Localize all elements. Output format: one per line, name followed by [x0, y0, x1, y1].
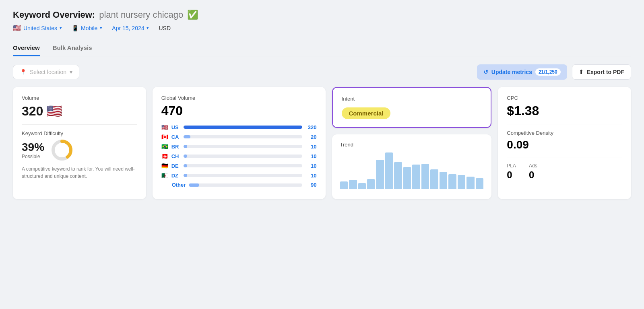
country-code-us[interactable]: US — [171, 124, 180, 130]
trend-bar-1 — [349, 180, 357, 189]
country-code-other[interactable]: Other — [172, 182, 186, 188]
country-bar-row: 🇧🇷BR10 — [161, 143, 317, 150]
bar-fill-ca — [184, 135, 191, 138]
tab-bulk-analysis[interactable]: Bulk Analysis — [53, 40, 92, 56]
country-bar-row: 🇩🇿DZ10 — [161, 172, 317, 179]
currency-label: USD — [159, 25, 171, 31]
card-divider — [22, 124, 137, 125]
bar-track-de — [184, 164, 302, 167]
toolbar-right: ↺ Update metrics 21/1,250 ⬆ Export to PD… — [477, 64, 631, 80]
select-location-chevron-icon: ▾ — [70, 69, 72, 75]
cards-grid: Volume 320 🇺🇸 Keyword Difficulty 39% Pos… — [13, 87, 631, 199]
kd-percent: 39% — [22, 141, 44, 154]
trend-bar-8 — [412, 165, 420, 189]
kd-possible: Possible — [22, 154, 44, 159]
country-bar-row: Other90 — [161, 182, 317, 188]
verified-icon: ✅ — [187, 10, 198, 20]
bar-track-us — [184, 126, 302, 129]
country-flag-dz: 🇩🇿 — [161, 172, 168, 179]
bar-fill-dz — [184, 174, 187, 177]
trend-bars-chart — [340, 152, 484, 189]
intent-label: Intent — [342, 96, 482, 102]
toolbar: 📍 Select location ▾ ↺ Update metrics 21/… — [13, 64, 631, 80]
bar-track-other — [189, 183, 302, 187]
pla-item: PLA 0 — [507, 163, 516, 181]
bar-fill-other — [189, 183, 199, 187]
date-label: Apr 15, 2024 — [112, 25, 144, 31]
page-title-query: plant nursery chicago — [99, 10, 183, 20]
country-num-ca: 20 — [305, 134, 317, 140]
trend-bar-11 — [440, 172, 447, 189]
country-selector[interactable]: 🇺🇸 United States ▾ — [13, 24, 62, 32]
bar-fill-us — [184, 126, 302, 129]
device-label: Mobile — [81, 25, 97, 31]
country-flag-ch: 🇨🇭 — [161, 153, 168, 159]
trend-bar-7 — [403, 167, 411, 189]
global-volume-label: Global Volume — [161, 95, 317, 101]
country-num-br: 10 — [305, 144, 317, 150]
volume-kd-card: Volume 320 🇺🇸 Keyword Difficulty 39% Pos… — [13, 87, 146, 199]
refresh-icon: ↺ — [483, 69, 488, 75]
intent-card: Intent Commercial — [332, 87, 492, 128]
country-flag-br: 🇧🇷 — [161, 143, 168, 150]
country-bar-row: 🇺🇸US320 — [161, 124, 317, 130]
date-chevron-icon: ▾ — [147, 25, 149, 31]
trend-bar-12 — [448, 174, 456, 189]
country-bar-row: 🇩🇪DE10 — [161, 163, 317, 169]
trend-card: Trend — [332, 134, 492, 199]
global-volume-card: Global Volume 470 🇺🇸US320🇨🇦CA20🇧🇷BR10🇨🇭C… — [153, 87, 326, 199]
kd-label: Keyword Difficulty — [22, 130, 137, 136]
trend-bar-13 — [458, 175, 465, 189]
kd-description: A competitive keyword to rank for. You w… — [22, 165, 137, 180]
kd-left: 39% Possible — [22, 141, 44, 159]
kd-row: 39% Possible — [22, 139, 137, 161]
select-location-label: Select location — [30, 69, 66, 75]
bar-track-ch — [184, 154, 302, 158]
page-title-prefix: Keyword Overview: — [13, 10, 95, 20]
global-volume-value: 470 — [161, 103, 317, 118]
cpc-label: CPC — [507, 95, 622, 101]
export-pdf-button[interactable]: ⬆ Export to PDF — [572, 64, 631, 80]
bar-track-dz — [184, 174, 302, 177]
cpc-cd-card: CPC $1.38 Competitive Density 0.09 PLA 0… — [498, 87, 631, 199]
country-code-ch[interactable]: CH — [171, 153, 180, 159]
country-num-dz: 10 — [305, 173, 317, 179]
device-chevron-icon: ▾ — [100, 25, 102, 31]
country-code-br[interactable]: BR — [171, 144, 180, 150]
pla-ads-row: PLA 0 Ads 0 — [507, 163, 622, 181]
volume-label: Volume — [22, 95, 137, 101]
country-code-de[interactable]: DE — [171, 163, 180, 169]
trend-label: Trend — [340, 142, 484, 148]
country-chevron-icon: ▾ — [60, 25, 62, 31]
pla-label: PLA — [507, 163, 516, 169]
bar-fill-ch — [184, 154, 187, 158]
date-selector[interactable]: Apr 15, 2024 ▾ — [112, 25, 149, 31]
title-row: Keyword Overview: plant nursery chicago … — [13, 10, 631, 20]
intent-badge: Commercial — [342, 107, 391, 119]
country-flag-de: 🇩🇪 — [161, 163, 168, 169]
device-selector[interactable]: 📱 Mobile ▾ — [72, 25, 102, 31]
card-divider-3 — [507, 157, 622, 157]
select-location-button[interactable]: 📍 Select location ▾ — [13, 65, 79, 79]
tab-overview[interactable]: Overview — [13, 40, 40, 56]
update-metrics-button[interactable]: ↺ Update metrics 21/1,250 — [477, 64, 567, 80]
bar-track-br — [184, 145, 302, 148]
ads-item: Ads 0 — [529, 163, 537, 181]
country-code-dz[interactable]: DZ — [171, 173, 180, 179]
update-metrics-label: Update metrics — [491, 69, 532, 75]
country-bar-row: 🇨🇭CH10 — [161, 153, 317, 159]
country-flag-ca: 🇨🇦 — [161, 134, 168, 140]
trend-bar-14 — [466, 177, 474, 189]
update-metrics-badge: 21/1,250 — [535, 68, 561, 76]
trend-bar-2 — [358, 183, 366, 189]
country-bars-list: 🇺🇸US320🇨🇦CA20🇧🇷BR10🇨🇭CH10🇩🇪DE10🇩🇿DZ10Oth… — [161, 124, 317, 188]
volume-flag: 🇺🇸 — [46, 103, 62, 119]
country-code-ca[interactable]: CA — [171, 134, 180, 140]
country-num-ch: 10 — [305, 153, 317, 159]
volume-value: 320 🇺🇸 — [22, 103, 137, 119]
country-flag: 🇺🇸 — [13, 24, 21, 32]
country-num-de: 10 — [305, 163, 317, 169]
trend-bar-3 — [367, 179, 375, 189]
location-pin-icon: 📍 — [20, 69, 27, 75]
bar-track-ca — [184, 135, 302, 138]
